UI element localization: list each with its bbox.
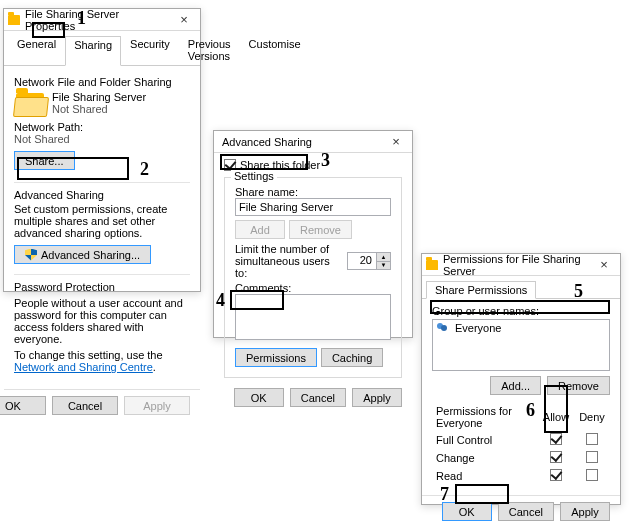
- user-listbox[interactable]: Everyone: [432, 319, 610, 371]
- perm-row-read: Read: [432, 467, 610, 485]
- adv-titlebar: Advanced Sharing ×: [214, 131, 412, 153]
- pwd-line1: People without a user account and passwo…: [14, 297, 190, 345]
- change-allow-checkbox[interactable]: [550, 451, 562, 463]
- permissions-button[interactable]: Permissions: [235, 348, 317, 367]
- tab-general[interactable]: General: [8, 35, 65, 65]
- share-name-input[interactable]: [235, 198, 391, 216]
- apply-button[interactable]: Apply: [560, 502, 610, 521]
- ok-button[interactable]: OK: [0, 396, 46, 415]
- properties-title: File Sharing Server Properties: [25, 8, 172, 32]
- ok-button[interactable]: OK: [442, 502, 492, 521]
- share-name-label: Share name:: [235, 186, 391, 198]
- net-sharing-legend: Network File and Folder Sharing: [14, 76, 190, 88]
- full-control-deny-checkbox[interactable]: [586, 433, 598, 445]
- properties-tabs: General Sharing Security Previous Versio…: [4, 31, 200, 66]
- perm-row-full-control: Full Control: [432, 431, 610, 449]
- spinner-up-icon[interactable]: ▲: [376, 253, 390, 262]
- tab-previous-versions[interactable]: Previous Versions: [179, 35, 240, 65]
- cancel-button[interactable]: Cancel: [290, 388, 346, 407]
- limit-users-value[interactable]: 20: [348, 253, 376, 269]
- network-path-value: Not Shared: [14, 133, 190, 145]
- folder-icon: [8, 15, 20, 25]
- network-path-label: Network Path:: [14, 121, 190, 133]
- pwd-line2: To change this setting, use the Network …: [14, 349, 190, 373]
- remove-share-button[interactable]: Remove: [289, 220, 352, 239]
- tab-customise[interactable]: Customise: [240, 35, 310, 65]
- perm-titlebar: Permissions for File Sharing Server ×: [422, 254, 620, 276]
- network-sharing-centre-link[interactable]: Network and Sharing Centre: [14, 361, 153, 373]
- group-user-names-label: Group or user names:: [432, 305, 610, 317]
- add-share-button[interactable]: Add: [235, 220, 285, 239]
- adv-sharing-desc: Set custom permissions, create multiple …: [14, 203, 190, 239]
- limit-users-spinner[interactable]: 20 ▲▼: [347, 252, 391, 270]
- advanced-sharing-dialog: Advanced Sharing × Share this folder Set…: [213, 130, 413, 338]
- folder-large-icon: [16, 93, 44, 115]
- apply-button[interactable]: Apply: [352, 388, 402, 407]
- ok-button[interactable]: OK: [234, 388, 284, 407]
- comments-label: Comments:: [235, 282, 391, 294]
- close-icon[interactable]: ×: [384, 134, 408, 149]
- adv-sharing-legend: Advanced Sharing: [14, 189, 190, 201]
- group-icon: [437, 323, 451, 333]
- share-status: Not Shared: [52, 103, 146, 115]
- cancel-button[interactable]: Cancel: [52, 396, 118, 415]
- caching-button[interactable]: Caching: [321, 348, 383, 367]
- full-control-allow-checkbox[interactable]: [550, 433, 562, 445]
- folder-icon: [426, 260, 438, 270]
- read-deny-checkbox[interactable]: [586, 469, 598, 481]
- add-user-button[interactable]: Add...: [490, 376, 541, 395]
- cancel-button[interactable]: Cancel: [498, 502, 554, 521]
- share-button[interactable]: Share...: [14, 151, 75, 170]
- perm-title: Permissions for File Sharing Server: [443, 253, 592, 277]
- permissions-table: Permissions for Everyone Allow Deny Full…: [432, 403, 610, 485]
- tab-share-permissions[interactable]: Share Permissions: [426, 281, 536, 299]
- perm-for-label: Permissions for Everyone: [436, 405, 512, 429]
- limit-users-label: Limit the number of simultaneous users t…: [235, 243, 341, 279]
- perm-row-change: Change: [432, 449, 610, 467]
- tab-sharing[interactable]: Sharing: [65, 36, 121, 66]
- read-allow-checkbox[interactable]: [550, 469, 562, 481]
- share-name: File Sharing Server: [52, 91, 146, 103]
- pwd-protection-legend: Password Protection: [14, 281, 190, 293]
- remove-user-button[interactable]: Remove: [547, 376, 610, 395]
- close-icon[interactable]: ×: [172, 12, 196, 27]
- change-deny-checkbox[interactable]: [586, 451, 598, 463]
- settings-legend: Settings: [231, 170, 277, 182]
- properties-titlebar: File Sharing Server Properties ×: [4, 9, 200, 31]
- adv-title: Advanced Sharing: [218, 136, 384, 148]
- permissions-dialog: Permissions for File Sharing Server × Sh…: [421, 253, 621, 505]
- spinner-down-icon[interactable]: ▼: [376, 262, 390, 270]
- allow-header: Allow: [543, 411, 569, 423]
- list-item-everyone[interactable]: Everyone: [433, 320, 609, 336]
- deny-header: Deny: [579, 411, 605, 423]
- advanced-sharing-button-label: Advanced Sharing...: [41, 249, 140, 261]
- apply-button[interactable]: Apply: [124, 396, 190, 415]
- tab-security[interactable]: Security: [121, 35, 179, 65]
- comments-input[interactable]: [235, 294, 391, 340]
- close-icon[interactable]: ×: [592, 257, 616, 272]
- everyone-label: Everyone: [455, 322, 501, 334]
- properties-dialog: File Sharing Server Properties × General…: [3, 8, 201, 292]
- shield-icon: [25, 249, 37, 261]
- advanced-sharing-button[interactable]: Advanced Sharing...: [14, 245, 151, 264]
